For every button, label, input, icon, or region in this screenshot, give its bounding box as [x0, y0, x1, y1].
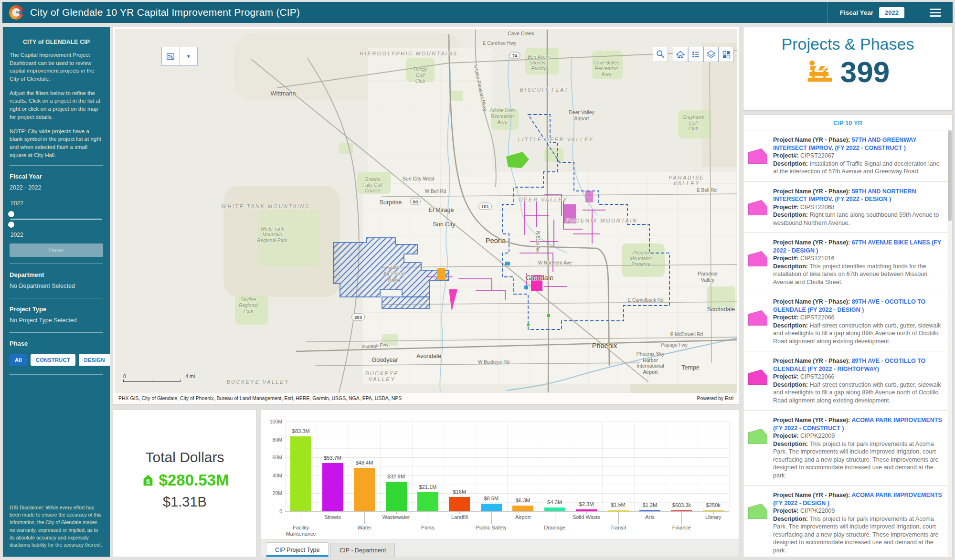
cip-chart-panel: 020M40M60M80M100M$83.3MFacility Maintena… — [261, 410, 739, 557]
bar-facility-maintenance[interactable] — [290, 436, 311, 511]
bar-wastewater[interactable] — [386, 482, 407, 511]
x-axis-tick — [364, 511, 365, 524]
project-list-scrollbar[interactable] — [948, 130, 952, 556]
chart-gridline-v — [412, 422, 413, 511]
projects-phases-title: Projects & Phases — [743, 35, 952, 53]
project-number: CIPST21016 — [800, 255, 835, 262]
fiscal-year-slider[interactable]: 2022 2022 — [10, 200, 103, 241]
basemap-toggle-button[interactable]: ▾ — [161, 47, 198, 66]
bar-chart[interactable]: 020M40M60M80M100M$83.3MFacility Maintena… — [261, 410, 739, 539]
home-icon[interactable] — [673, 47, 688, 62]
tab-cip-department[interactable]: CIP - Department — [330, 543, 395, 557]
bar-airport[interactable] — [512, 506, 533, 511]
basemap-grid-icon[interactable] — [719, 47, 734, 62]
bar-value-label: $1.5M — [602, 502, 634, 507]
project-number-label: Project#: — [773, 433, 799, 439]
x-axis-label: Library — [694, 514, 732, 520]
page-title: City of Glendale 10 YR Capital Improveme… — [30, 7, 300, 18]
project-list-item[interactable]: Project Name (YR - Phase): ACOMA PARK IM… — [743, 410, 952, 485]
x-axis-label: Wastewater — [377, 514, 415, 520]
x-axis-tick — [428, 511, 428, 524]
menu-icon[interactable] — [925, 4, 946, 21]
layers-icon[interactable] — [703, 47, 719, 62]
legend-icon[interactable] — [688, 47, 703, 62]
x-axis-label: Airport — [504, 514, 542, 520]
project-number: CIPST22066 — [800, 373, 835, 380]
bar-drainage[interactable] — [544, 507, 565, 511]
y-axis-tick: 20M — [263, 490, 282, 496]
x-axis-label: Streets — [314, 514, 352, 520]
project-name-label: Project Name (YR - Phase): — [773, 137, 852, 143]
project-number: CIPPK22009 — [800, 507, 835, 514]
project-area-orange — [437, 268, 446, 280]
phase-button-group: AllCONSTRUCTDESIGN — [10, 354, 103, 366]
chart-gridline-v — [285, 422, 286, 511]
project-list-item[interactable]: Project Name (YR - Phase): 57TH AND GREE… — [743, 130, 952, 181]
bar-value-label: $48.4M — [349, 460, 380, 465]
x-axis-tick — [555, 511, 555, 524]
project-number: CIPST22067 — [800, 152, 835, 159]
project-number: CIPST22068 — [800, 204, 835, 211]
project-symbol-icon — [748, 370, 767, 385]
bar-landfill[interactable] — [449, 497, 470, 511]
x-axis-label: Landfill — [440, 514, 478, 520]
project-number-label: Project#: — [773, 373, 799, 380]
project-list-item[interactable]: Project Name (YR - Phase): 59TH AND NORT… — [743, 181, 952, 233]
chart-gridline-v — [666, 422, 666, 511]
project-list-item[interactable]: Project Name (YR - Phase): 89TH AVE - OC… — [743, 351, 952, 410]
chart-gridline-v — [634, 422, 635, 511]
project-list-item[interactable]: Project Name (YR - Phase): 67TH AVENUE B… — [743, 232, 952, 292]
x-axis-line — [285, 511, 729, 512]
x-axis-label: Solid Waste — [567, 514, 605, 520]
phase-button-construct[interactable]: CONSTRUCT — [31, 354, 75, 366]
bar-value-label: $32.9M — [380, 474, 412, 479]
project-name-label: Project Name (YR - Phase): — [773, 188, 852, 195]
slider-handle-max[interactable] — [8, 222, 14, 228]
map-canvas[interactable]: Cave CreekHIEROGLYPHIC MOUNTAINSBISCUIT … — [115, 29, 737, 403]
bar-value-label: $6.3M — [507, 497, 539, 503]
project-name-label: Project Name (YR - Phase): — [773, 239, 852, 246]
phase-button-design[interactable]: DESIGN — [79, 354, 110, 366]
bar-water[interactable] — [354, 468, 375, 511]
fiscal-year-section-label: Fiscal Year — [10, 172, 103, 181]
fiscal-year-chip[interactable]: 2022 — [879, 7, 904, 18]
reset-button[interactable]: Reset — [10, 243, 103, 257]
fiscal-year-label: Fiscal Year — [840, 9, 873, 16]
chart-gridline-v — [349, 422, 349, 511]
x-axis-label: Public Safety — [472, 525, 510, 531]
x-axis-label: Finance — [662, 525, 700, 531]
project-list-item[interactable]: Project Name (YR - Phase): 89TH AVE - OC… — [743, 292, 952, 351]
bar-value-label: $603.3k — [666, 502, 697, 508]
y-axis-tick: 100M — [263, 419, 282, 424]
project-desc-label: Description: — [773, 211, 808, 218]
project-desc-label: Description: — [773, 322, 808, 329]
project-list: Project Name (YR - Phase): 57TH AND GREE… — [743, 130, 952, 557]
chart-gridline-v — [317, 422, 317, 511]
x-axis-tick — [618, 511, 619, 524]
slider-track[interactable] — [11, 219, 102, 220]
bar-value-label: $53.7M — [317, 455, 348, 461]
slider-handle-min[interactable] — [8, 211, 14, 217]
search-icon[interactable] — [653, 47, 668, 62]
project-desc-label: Description: — [773, 160, 808, 167]
y-axis-tick: 80M — [263, 437, 282, 443]
department-section-label: Department — [10, 271, 103, 280]
bar-value-label: $8.5M — [476, 496, 507, 501]
chart-gridline-v — [602, 422, 603, 511]
basemap[interactable] — [115, 29, 737, 393]
barricade-icon — [806, 60, 834, 85]
scrollbar-thumb[interactable] — [948, 130, 952, 221]
phase-button-all[interactable]: All — [10, 354, 27, 366]
project-list-item[interactable]: Project Name (YR - Phase): ACOMA PARK IM… — [743, 485, 952, 557]
project-number: CIPST22066 — [800, 314, 835, 321]
chart-gridline-v — [698, 422, 698, 511]
project-symbol-icon — [748, 310, 767, 326]
project-name-label: Project Name (YR - Phase): — [773, 492, 851, 498]
bar-public-safety[interactable] — [481, 504, 502, 511]
tab-cip-project-type[interactable]: CIP Project Type — [266, 542, 329, 557]
bar-streets[interactable] — [322, 463, 343, 511]
bar-parks[interactable] — [417, 492, 438, 511]
y-axis-tick: 40M — [263, 473, 282, 478]
basemap-icon[interactable] — [162, 47, 180, 65]
caret-down-icon[interactable]: ▾ — [180, 47, 198, 65]
